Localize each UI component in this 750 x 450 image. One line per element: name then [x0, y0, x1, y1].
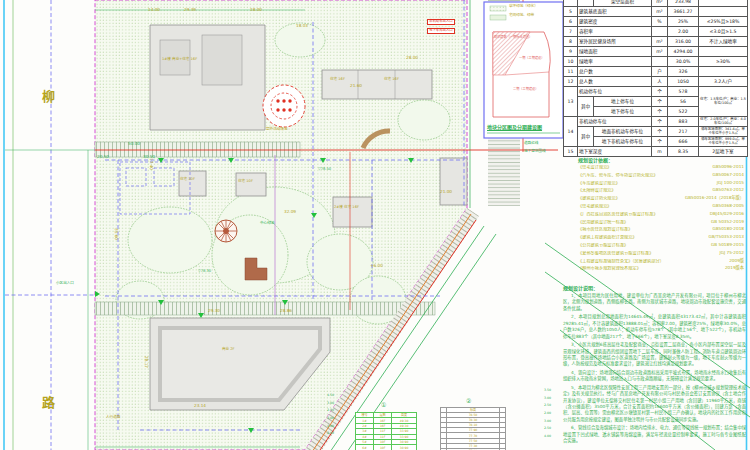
indicator-row: 其中地面非机动车停车位个217停车区域面积：341.4㎡，单个车位不小于1.5㎡: [564, 127, 748, 137]
indicator-cell: 9: [564, 47, 578, 57]
plan-label: 人行道路: [106, 416, 120, 420]
code-name: 《广西壮族自治区居住建筑节能设计标准》: [578, 212, 658, 216]
dimension-value: 2.50: [544, 425, 551, 433]
building-label: 住宅 10F: [180, 178, 195, 182]
indicator-cell: 地上停车位: [594, 97, 652, 107]
dimension-value: 3.00: [544, 395, 551, 403]
elevation-schedule-table: 标高78.5078.3078.1077.9077.7077.5077.3077.…: [440, 407, 506, 450]
indicator-cell: 总人数: [578, 77, 652, 87]
plan-label: ▽78.30: [198, 270, 211, 274]
plan-label: 20.50: [97, 155, 109, 159]
indicator-cell: 绿地率: [578, 57, 652, 67]
building-schedule-table: 楼号层数高度1#16F49.302#16F49.303#11F33.904#11…: [355, 412, 417, 450]
code-item: 《柳州市城乡规划管理技术规定》2019版本: [578, 266, 744, 270]
indicator-cell: 56: [668, 97, 699, 107]
schedule-cell: 30.90: [392, 445, 417, 450]
code-number: GB50096-2011: [712, 165, 744, 169]
schedule-cell: 10F: [374, 445, 392, 450]
code-name: 《建筑设计防火规范》: [578, 196, 620, 200]
indicator-cell: 非机动停车位: [578, 117, 652, 127]
dimension-value: 2.50: [544, 402, 551, 410]
indicator-cell: m²: [652, 37, 668, 47]
indicator-cell: 217: [668, 127, 699, 137]
indicator-row: 15地下室深度m8.352层地下室: [564, 147, 748, 157]
indicator-row: 14非机动停车位个883住宅：2.0车位/户；商业：4.0车位/100㎡: [564, 117, 748, 127]
dimension-value: 4.50: [327, 392, 334, 400]
indicator-cell: 机动停车位: [578, 87, 652, 97]
table-ref-bubble: ①: [381, 402, 386, 408]
code-number: GB50763-2012: [712, 188, 744, 192]
indicator-cell: 15: [564, 147, 578, 157]
road-name-char: 柳: [42, 90, 55, 104]
indicator-cell: 8: [564, 37, 578, 47]
inset-phase-label: 一期（工期建设）: [519, 57, 545, 61]
indicator-row: 13机动停车位个578住宅：1.5车位/户；商业：1.5车位/100㎡: [564, 87, 748, 97]
note-paragraph: 4、竖向设计：场地竖向结合周边市政道路标高采用平坡式布置，场地雨水经雨水口收集后…: [563, 370, 746, 383]
indicator-cell: 户: [652, 67, 668, 77]
indicator-cell: 316.00: [668, 37, 699, 47]
indicator-cell: 其中: [578, 127, 594, 147]
plan-label: 18.00: [250, 8, 262, 12]
building-label: 1#楼 商业+住宅 16F: [162, 58, 197, 62]
code-name: 《住宅建筑规范》: [578, 204, 612, 208]
indicator-cell: 11: [564, 67, 578, 77]
indicator-cell: 地下室深度: [578, 147, 652, 157]
inset-phasing-map: [484, 2, 563, 138]
indicator-cell: 1050: [668, 77, 699, 87]
dimension-value: 3.00: [327, 415, 334, 423]
plan-label: 32.09: [284, 210, 296, 214]
code-item: 《建筑设计防火规范》GB50016-2014（2018年版）: [578, 196, 744, 200]
code-name: 《夏热冬暖地区居住建筑节能设计标准》: [578, 251, 653, 255]
code-number: GB50368-2005: [712, 204, 744, 208]
plan-label: 50.00: [128, 142, 140, 146]
plan-label: 室外活动场地: [266, 128, 288, 132]
indicator-cell: 个: [652, 117, 668, 127]
code-name: 《住宅设计规范》: [578, 165, 612, 169]
indicator-cell: 522: [668, 107, 699, 117]
code-number: GB 50352-2019: [711, 220, 744, 224]
codes-heading: 规划设计依据：: [578, 156, 744, 163]
indicator-cell: 总户数: [578, 67, 652, 77]
indicator-cell: [652, 27, 668, 37]
plan-label: 14.00: [148, 8, 160, 12]
indicator-cell: 12: [564, 77, 578, 87]
plan-label: 29.39: [184, 8, 196, 12]
plan-label: ▽78.50: [318, 168, 331, 172]
code-name: 《无障碍设计规范》: [578, 188, 616, 192]
inset-phase-label: 二期（工期建设）: [513, 88, 539, 92]
code-item: 《建筑工程建筑面积计算规范》GB/T50353-2013: [578, 235, 744, 239]
indicator-cell: 绿地面积: [578, 47, 652, 57]
dimension-value: 3.50: [544, 387, 551, 395]
building-label: 住宅 16F: [384, 78, 399, 82]
code-name: 《公共建筑节能设计标准》: [578, 243, 628, 247]
dimension-stack: 3.503.002.502.003.002.504.00: [544, 387, 551, 441]
notes-heading: 规划设计说明：: [563, 284, 746, 291]
note-paragraph: 2、本项目规划总用地面积为14645.49㎡，总建筑面积43173.42㎡，其中…: [563, 314, 746, 340]
indicator-cell: ≤25%且≥18%: [699, 17, 748, 27]
economic-indicator-table: 架空层面积m²233.985建筑基底面积m²3661.276建筑密度%25%≤2…: [563, 0, 747, 157]
indicator-cell: [652, 57, 668, 67]
inset-caption: 地块分区图及分期建设图: [487, 125, 542, 130]
indicator-row: 5建筑基底面积m²3661.27: [564, 7, 748, 17]
plan-label: 35.60: [114, 228, 118, 240]
note-paragraph: 3、小区共规划6栋高层住宅及配套商业，沿街设置二层商业，各小区内部布置架空层一层…: [563, 342, 746, 368]
indicator-cell: 个: [652, 127, 668, 137]
code-name: 《建筑工程建筑面积计算规范》: [578, 235, 637, 239]
indicator-cell: ≥30%: [699, 57, 748, 67]
indicator-cell: 容积率: [578, 27, 652, 37]
indicator-cell: 2.00: [668, 27, 699, 37]
indicator-cell: 2层地下室: [699, 147, 748, 157]
code-item: 《住宅设计规范》GB50096-2011: [578, 165, 744, 169]
indicator-cell: 个: [652, 107, 668, 117]
indicator-cell: 13: [564, 87, 578, 117]
plan-label: 28.17: [144, 356, 148, 368]
code-number: 2019版本: [725, 266, 744, 270]
code-number: GB 50189-2015: [711, 243, 744, 247]
code-name: 《柳州市城乡规划管理技术规定》: [578, 266, 641, 270]
note-paragraph: 6、管线综合及海绵城市设计：场地内给排水、电力、通信等管线统一规划布置；结合集中…: [563, 425, 746, 444]
inset-legend-label: 宅间绿地、绿带: [509, 14, 534, 18]
indicator-row: 12总人数人10503.2人/户: [564, 77, 748, 87]
indicator-cell: %: [652, 17, 668, 27]
schedule-row: 6#10F30.90: [356, 445, 417, 450]
plan-label: 29.30: [208, 309, 220, 313]
